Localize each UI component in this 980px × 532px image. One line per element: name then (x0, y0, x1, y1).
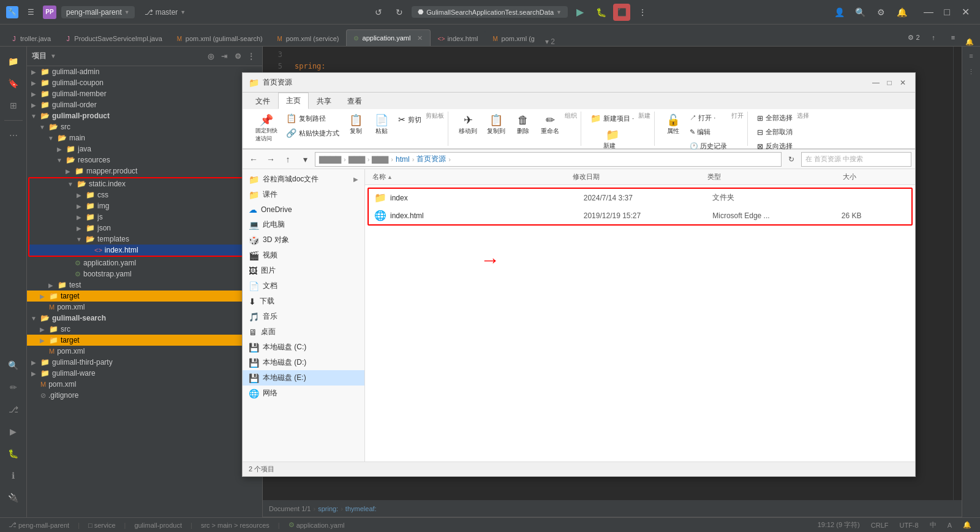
tree-settings-btn[interactable]: ⚙ (232, 50, 244, 63)
settings-btn[interactable]: ⚙ (872, 4, 889, 21)
fe-file-index-folder[interactable]: 📁 index 2024/7/14 3:37 文件夹 (369, 189, 911, 207)
tree-item-json[interactable]: ▶ 📁 json (29, 222, 260, 234)
tab-expand-btn[interactable]: ↑ (925, 29, 942, 46)
right-sidebar-icon2[interactable]: ⋮ (965, 65, 978, 78)
sidebar-icon-search[interactable]: 🔍 (4, 355, 23, 375)
fe-sidebar-video[interactable]: 🎬 视频 (263, 248, 364, 263)
fe-sidebar-docs[interactable]: 📄 文档 (263, 278, 364, 294)
tab-overflow-btn[interactable]: ▾ 2 (541, 37, 559, 46)
tree-item-pom-root[interactable]: M pom.xml (27, 379, 262, 390)
fe-tab-file[interactable]: 文件 (263, 93, 278, 109)
fe-tab-home[interactable]: 主页 (278, 93, 309, 109)
tree-item-src2[interactable]: ▶ 📁 src (27, 324, 262, 335)
status-notification-bell[interactable]: 🔔 (960, 521, 974, 529)
tree-item-application-yaml[interactable]: ⚙ application.yaml (27, 257, 262, 268)
tab-index-html[interactable]: <> index.html (431, 31, 484, 46)
fe-btn-delete[interactable]: 🗑 删除 (511, 112, 535, 139)
tree-item-main[interactable]: ▼ 📂 main (27, 132, 262, 143)
run-config-selector[interactable]: ⬣ GulimallSearchApplicationTest.searchDa… (412, 6, 568, 18)
fe-breadcrumb-main[interactable]: 首页资源 (417, 154, 446, 164)
fe-minimize-btn[interactable]: — (870, 77, 882, 89)
fe-breadcrumb[interactable]: ▇▇▇▇ › ▇▇▇ › ▇▇▇ › html › 首页资源 › (315, 152, 782, 167)
status-file[interactable]: ⚙ application.yaml (286, 521, 347, 529)
stop-button[interactable]: ⬛ (613, 4, 630, 21)
tree-item-img[interactable]: ▶ 📁 img (29, 200, 260, 211)
close-btn[interactable]: ✕ (957, 4, 974, 21)
fe-btn-move-to[interactable]: ✈ 移动到 (454, 112, 481, 139)
fe-btn-copy-to[interactable]: 📋 复制到 (483, 112, 510, 139)
tree-item-target1[interactable]: ▶ 📁 target (27, 291, 262, 302)
fe-btn-select-all[interactable]: ⊞ 全部选择 (754, 112, 796, 124)
tree-item-gulimall-search[interactable]: ▼ 📂 gulimall-search (27, 313, 262, 324)
tab-pom-search[interactable]: M pom.xml (gulimall-search) (169, 31, 270, 46)
sidebar-icon-info[interactable]: ℹ (4, 466, 23, 485)
tree-item-mapper-product[interactable]: ▶ 📁 mapper.product (27, 165, 262, 177)
fe-btn-paste[interactable]: 📄 粘贴 (369, 112, 394, 139)
fe-sidebar-network[interactable]: 🌐 网络 (263, 386, 364, 401)
fe-search-box[interactable]: 在 首页资源 中搜索 (801, 152, 911, 167)
tree-item-gulimall-member[interactable]: ▶ 📁 gulimall-member (27, 88, 262, 99)
status-flag-a[interactable]: A (945, 522, 954, 529)
tab-pom-service[interactable]: M pom.xml (service) (270, 31, 346, 46)
fe-sidebar-downloads[interactable]: ⬇ 下载 (263, 294, 364, 309)
tab-application-yaml[interactable]: ⚙ application.yaml ✕ (346, 29, 431, 46)
fe-file-index-html[interactable]: 🌐 index.html 2019/12/19 15:27 Microsoft … (369, 207, 911, 224)
search-btn[interactable]: 🔍 (851, 4, 869, 21)
tree-item-static-index[interactable]: ▼ 📂 static.index (29, 178, 260, 189)
fe-btn-select-none[interactable]: ⊟ 全部取消 (754, 126, 796, 139)
navigate-fwd-btn[interactable]: ↻ (391, 4, 408, 21)
fe-col-type-header[interactable]: 类型 (705, 170, 840, 183)
tab-pom-g[interactable]: M pom.xml (g (485, 31, 541, 46)
fe-btn-edit[interactable]: ✎ 编辑 (687, 126, 730, 139)
right-sidebar-icon1[interactable]: ≡ (965, 49, 978, 63)
status-charset[interactable]: UTF-8 (897, 522, 921, 529)
status-encoding[interactable]: CRLF (869, 522, 891, 529)
tree-item-gitignore[interactable]: ⊘ .gitignore (27, 390, 262, 401)
tree-item-target2[interactable]: ▶ 📁 target (27, 335, 262, 346)
fe-sidebar-kejian[interactable]: 📁 课件 (263, 187, 364, 202)
tree-scope-btn[interactable]: ◎ (205, 50, 217, 63)
fe-nav-forward[interactable]: → (263, 152, 278, 167)
tree-item-js[interactable]: ▶ 📁 js (29, 211, 260, 222)
tree-header-dropdown[interactable]: ▼ (50, 53, 56, 59)
fe-nav-up[interactable]: ↑ (281, 152, 295, 167)
tree-item-java[interactable]: ▶ 📁 java (27, 143, 262, 154)
notifications-btn[interactable]: 🔔 (893, 4, 910, 21)
fe-btn-properties[interactable]: 🔓 属性 (661, 112, 685, 139)
sidebar-icon-bookmarks[interactable]: 🔖 (4, 74, 23, 93)
run-button[interactable]: ▶ (571, 4, 589, 21)
fe-close-btn[interactable]: ✕ (897, 77, 909, 89)
sidebar-icon-structure[interactable]: ⊞ (4, 96, 23, 115)
breadcrumb-thymeleaf[interactable]: thymeleaf: (345, 505, 377, 512)
tree-more-btn[interactable]: ⋮ (245, 50, 257, 63)
debug-button[interactable]: 🐛 (592, 4, 609, 21)
fe-sidebar-music[interactable]: 🎵 音乐 (263, 309, 364, 324)
status-flag-zh[interactable]: 中 (927, 520, 939, 530)
hamburger-menu[interactable]: ☰ (23, 5, 38, 20)
fe-maximize-btn[interactable]: □ (883, 77, 895, 89)
tree-item-test[interactable]: ▶ 📁 test (27, 279, 262, 291)
fe-btn-rename[interactable]: ✏ 重命名 (537, 112, 564, 139)
fe-col-name-header[interactable]: 名称 ▲ (370, 170, 570, 183)
fe-col-date-header[interactable]: 修改日期 (570, 170, 706, 183)
breadcrumb-spring[interactable]: spring: (318, 505, 338, 512)
fe-nav-recent[interactable]: ▾ (298, 152, 312, 167)
tab-productsave[interactable]: J ProductSaveServiceImpl.java (58, 31, 169, 46)
fe-refresh-btn[interactable]: ↻ (784, 152, 799, 167)
fe-btn-copy-path[interactable]: 📋 复制路径 (283, 112, 342, 125)
sidebar-icon-more[interactable]: ⋯ (4, 126, 23, 145)
tab-close-yaml[interactable]: ✕ (415, 34, 424, 42)
tree-item-gulimall-product[interactable]: ▼ 📂 gulimall-product (27, 110, 262, 121)
tree-item-gulimall-admin[interactable]: ▶ 📁 gulimall-admin (27, 66, 262, 77)
tab-troller[interactable]: J troller.java (4, 31, 58, 46)
fe-btn-cut[interactable]: ✂ 剪切 (395, 113, 424, 126)
tree-item-gulimall-order[interactable]: ▶ 📁 gulimall-order (27, 99, 262, 110)
sidebar-icon-debug[interactable]: 🐛 (4, 444, 23, 463)
sidebar-icon-git[interactable]: ⎇ (4, 400, 23, 419)
fe-sidebar-onedrive[interactable]: ☁ OneDrive (263, 202, 364, 217)
fe-sidebar-gulimall-doc[interactable]: 📁 谷粒商城doc文件 ▶ (263, 172, 364, 187)
tree-item-index-html[interactable]: <> index.html (29, 245, 260, 256)
tree-item-gulimall-third[interactable]: ▶ 📁 gulimall-third-party (27, 357, 262, 368)
branch-selector[interactable]: ⎇ master ▼ (140, 6, 191, 18)
tree-item-bootstrap-yaml[interactable]: ⚙ bootstrap.yaml (27, 268, 262, 279)
